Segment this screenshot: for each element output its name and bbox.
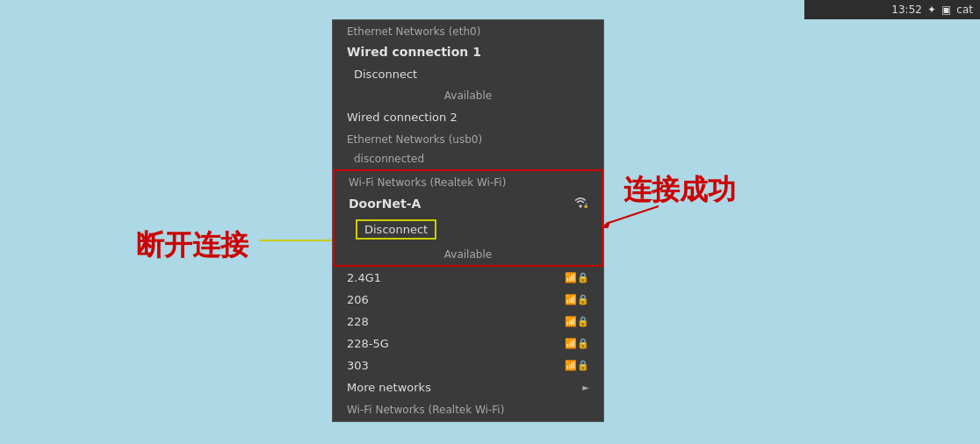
wifi-lock-icon-228-5g: 📶🔒 — [565, 338, 589, 349]
doornet-ssid[interactable]: DoorNet-A 🔒 — [335, 191, 602, 215]
available-label-eth0: Available — [333, 85, 603, 106]
wifi-lock-icon-303: 📶🔒 — [565, 360, 589, 371]
wifi-item-206[interactable]: 206 📶🔒 — [333, 289, 603, 311]
wifi-signal-icon: 🔒 — [573, 196, 587, 211]
username: cat — [956, 4, 973, 16]
wifi-footer-header: Wi-Fi Networks (Realtek Wi-Fi) — [333, 398, 603, 421]
wifi-item-228[interactable]: 228 📶🔒 — [333, 311, 603, 333]
display-icon: ▣ — [941, 4, 951, 16]
network-panel: Ethernet Networks (eth0) Wired connectio… — [332, 19, 604, 422]
more-networks-arrow: ► — [582, 383, 589, 392]
wifi-section: Wi-Fi Networks (Realtek Wi-Fi) DoorNet-A… — [333, 169, 603, 267]
svg-line-4 — [606, 206, 659, 224]
available-label-wifi: Available — [335, 244, 602, 265]
ethernet-usb0-header: Ethernet Networks (usb0) — [333, 128, 603, 148]
arrow-success-line — [597, 202, 667, 228]
clock: 13:52 — [891, 4, 922, 16]
wifi-lock-icon-228: 📶🔒 — [565, 316, 589, 327]
wifi-lock-icon-206: 📶🔒 — [565, 294, 589, 305]
wifi-item-228-5g[interactable]: 228-5G 📶🔒 — [333, 333, 603, 354]
wired-connection-2[interactable]: Wired connection 2 — [333, 106, 603, 128]
wifi-lock-icon-2.4g1: 📶🔒 — [565, 272, 589, 283]
disconnect-wifi-button[interactable]: Disconnect — [335, 215, 602, 244]
annotation-disconnect: 断开连接 — [136, 226, 249, 265]
disconnect-eth0-button[interactable]: Disconnect — [333, 63, 603, 85]
more-networks[interactable]: More networks ► — [333, 376, 603, 398]
top-bar: 13:52 ✦ ▣ cat — [804, 0, 980, 19]
wired-connection-1[interactable]: Wired connection 1 — [333, 40, 603, 63]
wifi-item-303[interactable]: 303 📶🔒 — [333, 354, 603, 376]
ethernet-eth0-header: Ethernet Networks (eth0) — [333, 20, 603, 40]
svg-text:🔒: 🔒 — [583, 203, 588, 208]
disconnected-label: disconnected — [333, 148, 603, 169]
wifi-header: Wi-Fi Networks (Realtek Wi-Fi) — [335, 171, 602, 191]
bluetooth-icon: ✦ — [927, 4, 936, 16]
wifi-item-2.4g1[interactable]: 2.4G1 📶🔒 — [333, 267, 603, 289]
